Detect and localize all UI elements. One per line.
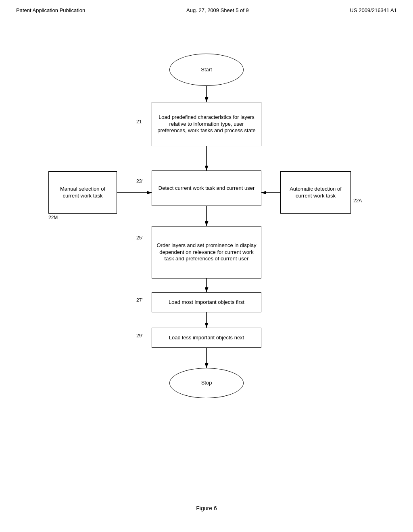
box22m-text: Manual selection of current work task [51, 186, 114, 200]
box29-label: 29' [136, 333, 143, 339]
box22a-shape: Automatic detection of current work task [280, 171, 351, 214]
box25-shape: Order layers and set prominence in displ… [152, 226, 261, 278]
box25-label: 25' [136, 235, 143, 241]
start-label: Start [201, 66, 212, 73]
box27-text: Load most important objects first [169, 299, 244, 306]
box22a-label: 22A [353, 198, 362, 204]
header-center: Aug. 27, 2009 Sheet 5 of 9 [186, 7, 249, 13]
box29-text: Load less important objects next [169, 335, 244, 341]
header-left: Patent Application Publication [16, 7, 85, 13]
box23-shape: Detect current work task and current use… [152, 170, 261, 206]
header-right: US 2009/216341 A1 [350, 7, 397, 13]
box25-text: Order layers and set prominence in displ… [154, 242, 259, 263]
stop-label: Stop [201, 380, 212, 387]
box22m-shape: Manual selection of current work task [48, 171, 117, 214]
figure-caption: Figure 6 [0, 505, 413, 511]
box27-label: 27' [136, 297, 143, 303]
box27-shape: Load most important objects first [152, 292, 261, 312]
box21-shape: Load predefined characteristics for laye… [152, 102, 261, 146]
box22m-label: 22M [48, 215, 58, 220]
diagram-area: Start Load predefined characteristics fo… [0, 17, 413, 501]
box29-shape: Load less important objects next [152, 328, 261, 348]
start-shape: Start [169, 54, 244, 86]
box22a-text: Automatic detection of current work task [283, 186, 348, 200]
box21-label: 21 [136, 119, 142, 125]
box23-text: Detect current work task and current use… [159, 185, 254, 192]
page-header: Patent Application Publication Aug. 27, … [0, 0, 413, 13]
stop-shape: Stop [169, 368, 244, 398]
box21-text: Load predefined characteristics for laye… [154, 114, 259, 135]
figure-caption-text: Figure 6 [196, 505, 217, 511]
box23-label: 23' [136, 179, 143, 184]
